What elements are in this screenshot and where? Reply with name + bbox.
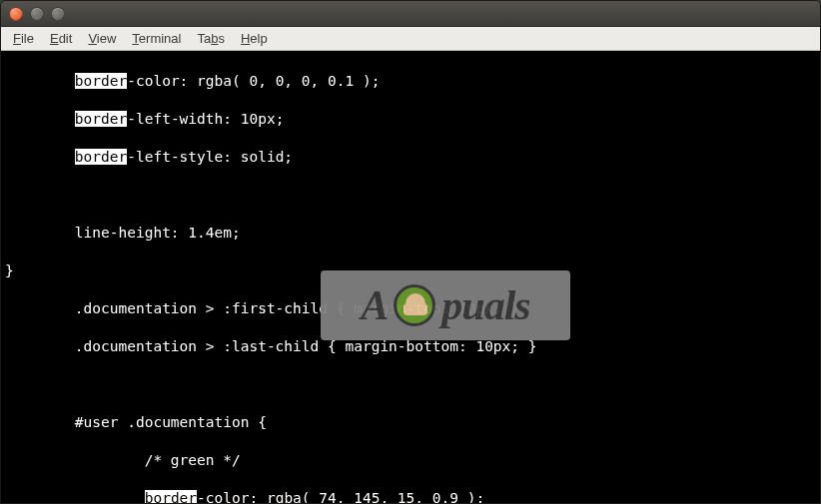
code-line <box>5 375 816 394</box>
code-line: border-color: rgba( 0, 0, 0, 0.1 ); <box>5 72 816 91</box>
menu-tabs[interactable]: Tabs <box>189 29 232 48</box>
code-line: #user .documentation { <box>5 413 816 432</box>
code-line: border-left-width: 10px; <box>5 110 816 129</box>
menu-edit[interactable]: Edit <box>42 29 80 48</box>
watermark-text-prefix: A <box>361 296 388 315</box>
menu-file[interactable]: File <box>5 29 42 48</box>
menu-terminal[interactable]: Terminal <box>124 29 189 48</box>
window-titlebar[interactable] <box>1 1 820 27</box>
code-line: border-left-style: solid; <box>5 148 816 167</box>
maximize-icon[interactable] <box>51 7 65 21</box>
search-highlight: border <box>75 111 127 127</box>
minimize-icon[interactable] <box>30 7 44 21</box>
terminal-content[interactable]: border-color: rgba( 0, 0, 0, 0.1 ); bord… <box>1 51 820 503</box>
close-icon[interactable] <box>9 7 23 21</box>
code-line: /* green */ <box>5 451 816 470</box>
code-line: border-color: rgba( 74, 145, 15, 0.9 ); <box>5 489 816 503</box>
watermark-logo-icon <box>394 284 435 326</box>
terminal-window: File Edit View Terminal Tabs Help border… <box>0 0 821 504</box>
search-highlight: border <box>75 149 127 165</box>
menu-view[interactable]: View <box>80 29 124 48</box>
search-highlight: border <box>145 490 197 503</box>
search-highlight: border <box>75 73 127 89</box>
menu-help[interactable]: Help <box>233 29 276 48</box>
watermark-badge: A puals <box>321 270 570 340</box>
code-line: line-height: 1.4em; <box>5 224 816 243</box>
watermark-text-suffix: puals <box>441 296 529 315</box>
code-line <box>5 186 816 205</box>
menubar: File Edit View Terminal Tabs Help <box>1 27 820 51</box>
